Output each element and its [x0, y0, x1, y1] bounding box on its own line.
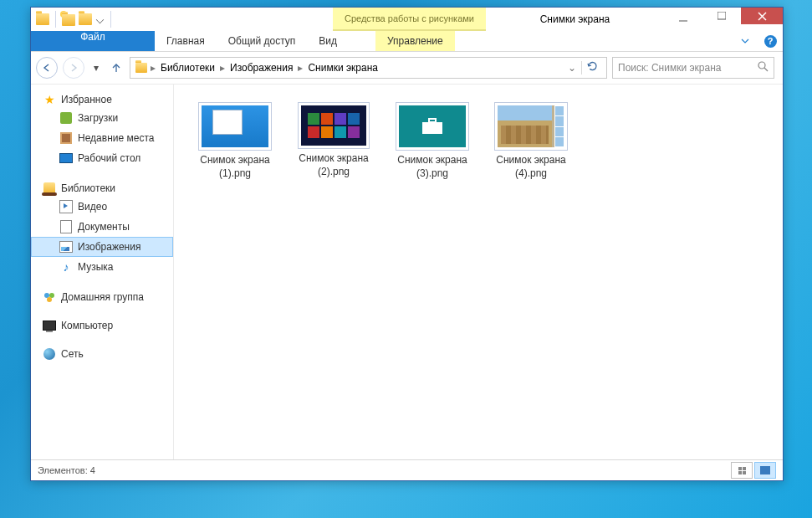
refresh-icon — [587, 61, 598, 72]
svg-point-8 — [49, 293, 54, 298]
ribbon: Файл Главная Общий доступ Вид Управление… — [31, 31, 783, 52]
svg-rect-10 — [422, 122, 442, 134]
document-icon — [59, 220, 73, 233]
desktop-icon — [59, 151, 73, 165]
group-favorites: ★ Избранное Загрузки Недавние места Рабо… — [31, 91, 173, 168]
sidebar-item-desktop[interactable]: Рабочий стол — [31, 148, 173, 168]
help-icon: ? — [764, 35, 777, 48]
minimize-icon — [679, 17, 687, 25]
sidebar-item-pictures[interactable]: Изображения — [31, 237, 173, 257]
download-icon — [59, 111, 73, 125]
computer-header[interactable]: Компьютер — [31, 317, 173, 334]
sidebar-item-downloads[interactable]: Загрузки — [31, 108, 173, 128]
file-item[interactable]: Снимок экрана (3).png — [383, 101, 482, 181]
item-count: Элементов: 4 — [38, 465, 95, 475]
breadcrumb-sep: ▸ — [218, 62, 227, 74]
library-icon — [43, 182, 56, 195]
crumb-libraries[interactable]: Библиотеки — [157, 62, 218, 74]
image-icon — [59, 240, 73, 254]
details-icon — [738, 467, 746, 474]
svg-rect-11 — [429, 119, 436, 122]
crumb-pictures[interactable]: Изображения — [227, 62, 296, 74]
maximize-button[interactable] — [702, 8, 741, 24]
tab-home[interactable]: Главная — [155, 31, 217, 51]
search-icon — [758, 61, 769, 74]
navigation-bar: ▾ ▸ Библиотеки ▸ Изображения ▸ Снимки эк… — [31, 52, 783, 85]
tab-manage[interactable]: Управление — [375, 31, 455, 51]
file-name: Снимок экрана (2).png — [285, 152, 382, 178]
tab-file[interactable]: Файл — [31, 31, 155, 51]
network-label: Сеть — [61, 348, 84, 360]
chevron-down-icon — [741, 37, 749, 45]
thumbnail — [396, 102, 469, 151]
close-icon — [758, 12, 767, 21]
title-middle: Средства работы с рисунками Снимки экран… — [119, 8, 664, 31]
file-list[interactable]: Снимок экрана (1).png Снимок экрана (2).… — [174, 85, 783, 459]
svg-point-5 — [758, 62, 765, 69]
ribbon-expand-button[interactable] — [733, 31, 758, 51]
large-icons-icon — [760, 466, 770, 474]
thumbnail — [298, 102, 370, 149]
content-area: ★ Избранное Загрузки Недавние места Рабо… — [31, 85, 783, 459]
properties-button[interactable] — [79, 13, 92, 25]
view-large-icons-button[interactable] — [754, 462, 776, 479]
svg-point-7 — [44, 293, 49, 298]
file-name: Снимок экрана (1).png — [186, 154, 283, 180]
homegroup-icon — [43, 290, 56, 304]
svg-line-6 — [764, 68, 768, 71]
network-header[interactable]: Сеть — [31, 346, 173, 362]
contextual-tab-label: Средства работы с рисунками — [345, 13, 474, 23]
explorer-window: Средства работы с рисунками Снимки экран… — [30, 7, 784, 481]
close-button[interactable] — [741, 8, 783, 24]
thumbnail — [198, 102, 272, 151]
downloads-label: Загрузки — [78, 112, 118, 124]
address-bar[interactable]: ▸ Библиотеки ▸ Изображения ▸ Снимки экра… — [130, 57, 607, 79]
folder-icon — [36, 13, 49, 25]
crumb-screenshots[interactable]: Снимки экрана — [304, 62, 381, 74]
up-button[interactable] — [108, 59, 125, 76]
help-button[interactable]: ? — [758, 31, 783, 51]
recent-label: Недавние места — [78, 132, 154, 144]
qat-dropdown[interactable] — [96, 15, 104, 23]
tab-view[interactable]: Вид — [307, 31, 349, 51]
music-icon: ♪ — [59, 260, 73, 274]
sidebar-item-video[interactable]: Видео — [31, 197, 173, 217]
window-title: Снимки экрана — [486, 8, 664, 31]
minimize-button[interactable] — [664, 8, 702, 29]
sidebar-item-recent[interactable]: Недавние места — [31, 128, 173, 148]
star-icon: ★ — [43, 93, 56, 106]
refresh-button[interactable] — [581, 61, 603, 74]
file-item[interactable]: Снимок экрана (4).png — [482, 101, 580, 181]
navigation-pane: ★ Избранное Загрузки Недавние места Рабо… — [31, 85, 174, 459]
breadcrumb-sep: ▸ — [149, 62, 157, 74]
recent-places-icon — [59, 131, 73, 145]
sidebar-item-music[interactable]: ♪ Музыка — [31, 257, 173, 277]
address-dropdown[interactable]: ⌄ — [563, 62, 581, 74]
group-libraries: Библиотеки Видео Документы Изображения ♪… — [31, 180, 173, 277]
tab-share[interactable]: Общий доступ — [217, 31, 308, 51]
file-name: Снимок экрана (4).png — [483, 154, 580, 180]
sidebar-item-documents[interactable]: Документы — [31, 217, 173, 237]
libraries-header[interactable]: Библиотеки — [31, 180, 173, 197]
back-button[interactable] — [36, 57, 58, 79]
favorites-header[interactable]: ★ Избранное — [31, 91, 173, 108]
arrow-left-icon — [42, 63, 52, 73]
search-box[interactable]: Поиск: Снимки экрана — [612, 57, 774, 79]
quick-access-toolbar — [31, 8, 119, 31]
history-dropdown[interactable]: ▾ — [89, 62, 103, 74]
favorites-label: Избранное — [61, 94, 112, 105]
file-item[interactable]: Снимок экрана (1).png — [186, 101, 284, 181]
briefcase-icon — [421, 117, 444, 136]
network-icon — [43, 347, 56, 361]
file-item[interactable]: Снимок экрана (2).png — [284, 101, 383, 181]
homegroup-header[interactable]: Домашняя группа — [31, 289, 173, 305]
arrow-right-icon — [69, 63, 79, 73]
thumbnail — [494, 102, 568, 151]
forward-button[interactable] — [63, 57, 84, 79]
computer-label: Компьютер — [61, 320, 113, 331]
arrow-up-icon — [110, 62, 122, 74]
view-details-button[interactable] — [731, 462, 753, 479]
breadcrumb-sep: ▸ — [296, 62, 304, 74]
new-folder-button[interactable] — [62, 13, 75, 26]
desktop-label: Рабочий стол — [78, 152, 140, 164]
